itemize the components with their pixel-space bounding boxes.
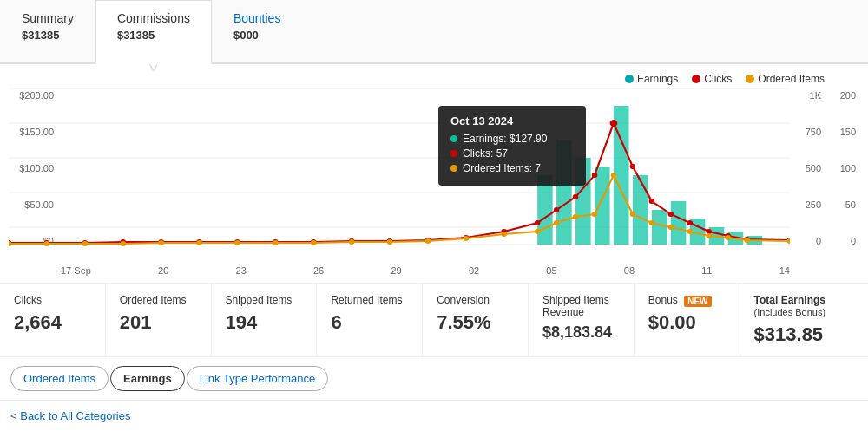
stat-returned-label: Returned Items [331,294,408,306]
legend-earnings-label: Earnings [637,73,678,85]
stat-bonus: Bonus NEW $0.00 [635,284,740,356]
stat-conversion-label: Conversion [437,294,514,306]
svg-point-67 [687,229,693,234]
tab-summary-label: Summary [22,11,74,25]
tab-commissions-label: Commissions [117,11,190,25]
stat-clicks-value: 2,664 [14,311,91,334]
back-link[interactable]: Back to All Categories [0,401,868,431]
svg-point-61 [573,214,579,219]
x-axis: 17 Sep 20 23 26 29 02 05 08 11 14 [9,262,859,283]
tab-ordered-items[interactable]: Ordered Items [10,366,108,391]
svg-point-35 [592,173,598,178]
svg-point-55 [387,239,393,245]
svg-point-68 [706,233,712,238]
svg-point-60 [554,220,560,225]
top-tabs: Summary $31385 Commissions $31385 Bounti… [0,0,868,64]
svg-point-47 [82,241,89,246]
y-axis-clicks: 1K 750 500 250 0 [790,88,825,262]
svg-point-62 [592,212,598,217]
svg-point-38 [649,199,655,204]
legend-ordered-items: Ordered Items [746,73,825,85]
svg-point-51 [234,240,240,245]
stat-conversion: Conversion 7.55% [423,284,529,356]
svg-point-59 [535,229,541,234]
chart-area: Earnings Clicks Ordered Items $200.00 $1… [0,64,868,284]
tab-summary[interactable]: Summary $31385 [0,0,95,62]
stat-ordered-value: 201 [120,311,197,334]
svg-point-36 [610,120,618,127]
tab-bounties-amount: $000 [233,29,280,51]
svg-point-39 [668,212,674,217]
svg-point-57 [464,236,470,241]
stat-ordered-label: Ordered Items [120,294,197,306]
svg-point-53 [311,240,317,245]
stat-clicks-label: Clicks [14,294,91,306]
chart-legend: Earnings Clicks Ordered Items [9,73,859,85]
tab-bounties[interactable]: Bounties $000 [212,0,302,62]
stat-revenue-value: $8,183.84 [542,323,620,342]
svg-rect-13 [671,201,687,245]
svg-point-65 [649,220,655,225]
legend-clicks: Clicks [692,73,732,85]
stat-shipped-label: Shipped Items [226,294,303,306]
y-axis-items: 200 150 100 50 0 [825,88,859,262]
y-axis-right: 1K 750 500 250 0 200 150 100 50 0 [790,88,859,262]
svg-point-63 [611,173,617,178]
svg-point-66 [668,225,674,230]
stat-shipped-value: 194 [226,311,303,334]
tab-earnings[interactable]: Earnings [110,366,185,391]
svg-point-70 [744,238,750,243]
svg-rect-9 [595,166,610,245]
svg-point-56 [425,238,431,244]
svg-point-33 [554,207,560,212]
svg-point-48 [120,241,126,246]
svg-rect-6 [537,175,553,245]
tab-summary-amount: $31385 [22,29,74,51]
svg-point-64 [630,212,636,217]
stat-bonus-label: Bonus NEW [648,294,726,306]
stat-shipped-items: Shipped Items 194 [212,284,318,356]
svg-point-49 [158,240,164,245]
stat-clicks: Clicks 2,664 [0,284,106,356]
stat-total-earnings: Total Earnings (Includes Bonus) $313.85 [740,284,868,356]
tab-bounties-link[interactable]: Bounties [233,11,280,25]
svg-point-50 [196,240,202,245]
svg-rect-12 [652,210,667,245]
ordered-items-dot [746,75,754,83]
clicks-dot [692,75,700,83]
svg-rect-11 [633,175,648,245]
earnings-dot [625,75,634,83]
tab-commissions-amount: $31385 [117,29,190,51]
stat-revenue-label: Shipped Items Revenue [542,294,620,318]
legend-clicks-label: Clicks [704,73,732,85]
tab-link-type[interactable]: Link Type Performance [187,366,328,391]
tab-commissions[interactable]: Commissions $31385 [95,0,212,64]
svg-point-32 [535,220,541,225]
stat-total-value: $313.85 [754,323,854,346]
stats-row: Clicks 2,664 Ordered Items 201 Shipped I… [0,284,868,357]
stat-conversion-value: 7.55% [437,311,514,334]
svg-point-52 [273,240,279,245]
stat-returned-items: Returned Items 6 [317,284,423,356]
svg-point-46 [44,241,50,246]
legend-earnings: Earnings [625,73,678,85]
svg-point-58 [501,232,507,237]
svg-point-34 [573,194,579,199]
stat-shipped-revenue: Shipped Items Revenue $8,183.84 [529,284,635,356]
svg-point-54 [349,239,355,245]
stat-total-label: Total Earnings (Includes Bonus) [754,294,854,318]
chart-svg [9,88,790,262]
svg-point-69 [725,235,731,240]
stat-bonus-value: $0.00 [648,311,726,334]
svg-point-40 [687,220,693,225]
legend-ordered-label: Ordered Items [758,73,825,85]
svg-rect-8 [575,158,591,245]
stat-returned-value: 6 [331,311,408,334]
svg-point-37 [630,164,636,169]
new-badge: NEW [684,296,711,307]
svg-rect-7 [556,140,572,245]
stat-ordered-items: Ordered Items 201 [106,284,212,356]
bottom-tabs: Ordered Items Earnings Link Type Perform… [0,357,868,401]
